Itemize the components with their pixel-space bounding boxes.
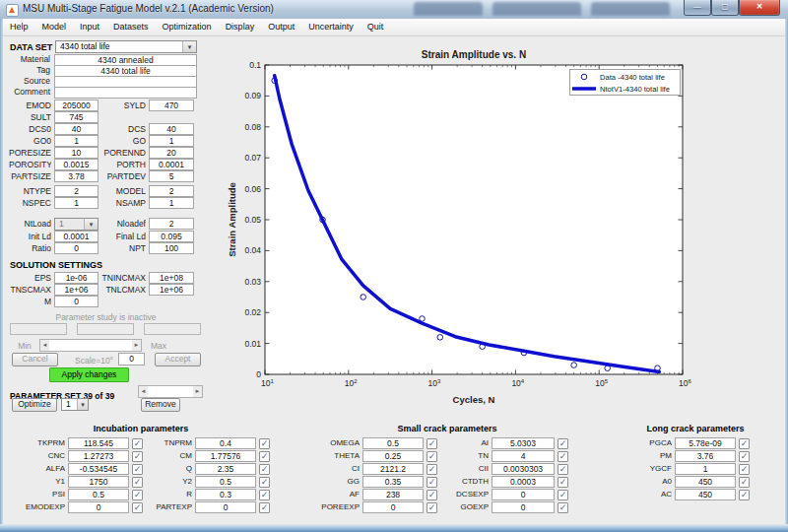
field-partexp[interactable]: 0 (195, 501, 256, 513)
field-dcs0[interactable]: 40 (54, 123, 98, 135)
checkbox-tn[interactable]: ✓ (558, 451, 568, 462)
checkbox-cii[interactable]: ✓ (558, 464, 568, 475)
field-syld[interactable]: 470 (149, 100, 194, 111)
menu-model[interactable]: Model (35, 19, 74, 35)
parameter-set-slider[interactable]: ◄ ► (138, 385, 203, 398)
field-comment[interactable] (54, 87, 197, 99)
field-theta[interactable]: 0.25 (362, 450, 424, 462)
checkbox-q[interactable]: ✓ (259, 464, 270, 475)
checkbox-ygcf[interactable]: ✓ (739, 464, 750, 475)
field-porth[interactable]: 0.0001 (149, 159, 194, 170)
checkbox-r[interactable]: ✓ (259, 490, 270, 500)
field-porennd[interactable]: 20 (149, 147, 194, 159)
field-goexp[interactable]: 0 (492, 501, 555, 513)
field-tnincmax[interactable]: 1e+08 (149, 272, 194, 284)
field-init-ld[interactable]: 0.0001 (54, 231, 98, 242)
field-nspec[interactable]: 1 (54, 197, 98, 209)
field-nsamp[interactable]: 1 (149, 197, 194, 209)
maximize-button[interactable]: ▢ (711, 0, 739, 16)
checkbox-ac[interactable]: ✓ (739, 490, 750, 500)
field-af[interactable]: 238 (362, 489, 424, 500)
checkbox-emodexp[interactable]: ✓ (132, 502, 143, 513)
field-final-ld[interactable]: 0.095 (149, 231, 194, 242)
menu-quit[interactable]: Quit (361, 19, 391, 35)
scroll-right-icon[interactable]: ► (193, 386, 202, 397)
checkbox-a0[interactable]: ✓ (739, 477, 750, 488)
checkbox-omega[interactable]: ✓ (427, 438, 437, 449)
scroll-left-icon[interactable]: ◄ (139, 386, 148, 397)
field-emod[interactable]: 205000 (54, 100, 98, 111)
menu-datasets[interactable]: Datasets (106, 19, 156, 35)
slider-track[interactable] (148, 386, 193, 397)
close-button[interactable]: ✕ (739, 0, 780, 16)
field-ctdth[interactable]: 0.0003 (492, 476, 555, 488)
menu-uncertainty[interactable]: Uncertainty (301, 19, 361, 35)
field-psi[interactable]: 0.5 (68, 489, 129, 500)
field-go[interactable]: 1 (149, 135, 194, 147)
checkbox-cm[interactable]: ✓ (259, 451, 270, 462)
param-study-slider[interactable]: ◄ ► (39, 339, 142, 352)
field-poresize[interactable]: 10 (54, 147, 98, 159)
scale-value-field[interactable]: 0 (118, 353, 145, 366)
field-a0[interactable]: 450 (675, 476, 736, 488)
checkbox-pgca[interactable]: ✓ (739, 438, 750, 449)
field-omega[interactable]: 0.5 (362, 437, 424, 449)
checkbox-psi[interactable]: ✓ (132, 490, 143, 500)
field-tnlcmax[interactable]: 1e+06 (149, 284, 194, 296)
field-cnc[interactable]: 1.27273 (68, 450, 129, 462)
ntload-dropdown[interactable]: 1 ▾ (54, 218, 98, 231)
dataset-dropdown[interactable]: 4340 total life ▾ (55, 40, 197, 53)
field-ygcf[interactable]: 1 (675, 463, 736, 475)
field-tnscmax[interactable]: 1e+06 (54, 284, 98, 296)
minimize-button[interactable]: — (684, 0, 711, 16)
field-pm[interactable]: 3.76 (675, 450, 736, 462)
checkbox-alfa[interactable]: ✓ (132, 464, 143, 475)
checkbox-tnprm[interactable]: ✓ (259, 438, 270, 449)
field-nloadef[interactable]: 2 (149, 218, 194, 230)
field-partsize[interactable]: 3.78 (54, 170, 98, 182)
field-ac[interactable]: 450 (675, 489, 736, 500)
checkbox-dcsexp[interactable]: ✓ (558, 490, 568, 500)
field-tkprm[interactable]: 118.545 (68, 437, 129, 449)
field-tnprm[interactable]: 0.4 (195, 437, 256, 449)
checkbox-cnc[interactable]: ✓ (132, 451, 143, 462)
field-npt[interactable]: 100 (149, 242, 194, 254)
menu-input[interactable]: Input (73, 19, 106, 35)
accept-button[interactable]: Accept (155, 353, 201, 366)
checkbox-y1[interactable]: ✓ (132, 477, 143, 488)
checkbox-ai[interactable]: ✓ (558, 438, 568, 449)
scroll-left-icon[interactable]: ◄ (40, 340, 49, 351)
menu-output[interactable]: Output (261, 19, 301, 35)
optimize-button[interactable]: Optimize (12, 398, 57, 412)
field-m[interactable]: 0 (54, 296, 98, 307)
field-eps[interactable]: 1e-06 (54, 272, 98, 284)
checkbox-goexp[interactable]: ✓ (558, 502, 568, 513)
apply-changes-button[interactable]: Apply changes (49, 367, 129, 382)
field-r[interactable]: 0.3 (195, 489, 256, 500)
field-partdev[interactable]: 5 (149, 170, 194, 182)
checkbox-ci[interactable]: ✓ (427, 464, 437, 475)
field-y2[interactable]: 0.5 (195, 476, 256, 488)
field-porosity[interactable]: 0.0015 (54, 159, 98, 170)
checkbox-af[interactable]: ✓ (427, 490, 437, 500)
menu-display[interactable]: Display (219, 19, 262, 35)
field-cm[interactable]: 1.77576 (195, 450, 256, 462)
field-tn[interactable]: 4 (492, 450, 555, 462)
field-ntype[interactable]: 2 (54, 185, 98, 197)
field-ci[interactable]: 2121.2 (362, 463, 424, 475)
field-poreexp[interactable]: 0 (362, 501, 424, 513)
field-cii[interactable]: 0.0030303 (492, 463, 555, 475)
field-dcsexp[interactable]: 0 (492, 489, 555, 500)
scroll-right-icon[interactable]: ► (132, 340, 141, 351)
field-pgca[interactable]: 5.78e-09 (675, 437, 736, 449)
field-gg[interactable]: 0.35 (362, 476, 424, 488)
field-ratio[interactable]: 0 (54, 242, 98, 254)
remove-button[interactable]: Remove (141, 398, 180, 412)
field-model[interactable]: 2 (149, 185, 194, 197)
checkbox-pm[interactable]: ✓ (739, 451, 750, 462)
field-ai[interactable]: 5.0303 (492, 437, 555, 449)
menu-help[interactable]: Help (3, 19, 35, 35)
checkbox-theta[interactable]: ✓ (427, 451, 437, 462)
checkbox-y2[interactable]: ✓ (259, 477, 270, 488)
checkbox-tkprm[interactable]: ✓ (132, 438, 143, 449)
